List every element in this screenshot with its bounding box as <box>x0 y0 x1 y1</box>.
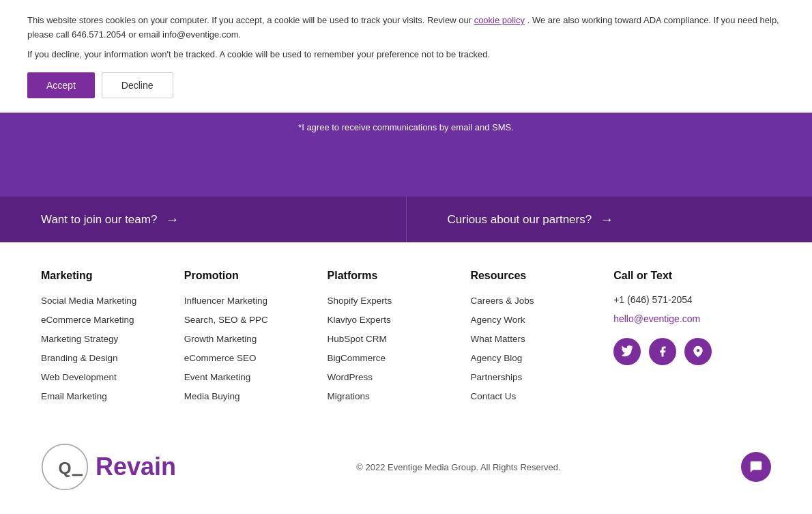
join-team-label: Want to join our team? <box>41 213 157 227</box>
list-item: Search, SEO & PPC <box>184 313 328 326</box>
list-item: eCommerce Marketing <box>41 313 184 326</box>
cookie-text-2: If you decline, your information won't b… <box>27 48 785 62</box>
list-item: Media Buying <box>184 390 328 402</box>
list-item: Event Marketing <box>184 371 328 383</box>
footer-bottom: Q Revain © 2022 Eventige Media Group. Al… <box>41 436 771 491</box>
social-icons <box>613 338 771 365</box>
list-item: Agency Blog <box>470 352 613 364</box>
list-item: Careers & Jobs <box>470 294 613 306</box>
footer-columns: Marketing Social Media Marketing eCommer… <box>41 270 771 409</box>
call-title: Call or Text <box>613 270 771 282</box>
contact-us-link[interactable]: Contact Us <box>470 391 516 401</box>
ecommerce-seo-link[interactable]: eCommerce SEO <box>184 353 257 363</box>
footer-col-resources: Resources Careers & Jobs Agency Work Wha… <box>470 270 613 409</box>
revain-badge-icon: Q <box>41 443 89 491</box>
event-marketing-link[interactable]: Event Marketing <box>184 372 251 382</box>
marketing-strategy-link[interactable]: Marketing Strategy <box>41 334 118 344</box>
svg-text:Q: Q <box>58 459 71 477</box>
platforms-title: Platforms <box>328 270 471 282</box>
list-item: Social Media Marketing <box>41 294 184 306</box>
promotion-links: Influencer Marketing Search, SEO & PPC G… <box>184 294 328 402</box>
hubspot-crm-link[interactable]: HubSpot CRM <box>328 334 387 344</box>
footer-col-marketing: Marketing Social Media Marketing eCommer… <box>41 270 184 409</box>
promotion-title: Promotion <box>184 270 328 282</box>
decline-button[interactable]: Decline <box>102 72 173 98</box>
chat-bubble-button[interactable] <box>741 452 771 482</box>
agency-blog-link[interactable]: Agency Blog <box>470 353 522 363</box>
list-item: eCommerce SEO <box>184 352 328 364</box>
marketing-title: Marketing <box>41 270 184 282</box>
facebook-icon[interactable] <box>649 338 676 365</box>
shopify-experts-link[interactable]: Shopify Experts <box>328 296 392 306</box>
phone-number[interactable]: +1 (646) 571-2054 <box>613 294 771 305</box>
list-item: BigCommerce <box>328 352 471 364</box>
cookie-buttons: Accept Decline <box>27 72 785 98</box>
list-item: Contact Us <box>470 390 613 402</box>
agency-work-link[interactable]: Agency Work <box>470 315 525 325</box>
bigcommerce-link[interactable]: BigCommerce <box>328 353 386 363</box>
list-item: HubSpot CRM <box>328 332 471 345</box>
email-marketing-link[interactable]: Email Marketing <box>41 391 107 401</box>
location-icon[interactable] <box>684 338 712 365</box>
list-item: Web Development <box>41 371 184 383</box>
partners-arrow-icon: → <box>600 212 613 227</box>
branding-design-link[interactable]: Branding & Design <box>41 353 118 363</box>
careers-jobs-link[interactable]: Careers & Jobs <box>470 296 534 306</box>
accept-button[interactable]: Accept <box>27 72 95 98</box>
list-item: What Matters <box>470 332 613 345</box>
influencer-marketing-link[interactable]: Influencer Marketing <box>184 296 267 306</box>
partnerships-link[interactable]: Partnerships <box>470 372 522 382</box>
revain-logo: Q Revain <box>41 443 176 491</box>
cookie-policy-link[interactable]: cookie policy <box>474 15 525 25</box>
join-arrow-icon: → <box>165 212 179 227</box>
what-matters-link[interactable]: What Matters <box>470 334 525 344</box>
list-item: Partnerships <box>470 371 613 383</box>
klaviyo-experts-link[interactable]: Klaviyo Experts <box>328 315 391 325</box>
cookie-banner: This website stores cookies on your comp… <box>0 0 812 113</box>
email-address[interactable]: hello@eventige.com <box>613 313 771 324</box>
web-development-link[interactable]: Web Development <box>41 372 117 382</box>
platforms-links: Shopify Experts Klaviyo Experts HubSpot … <box>328 294 471 402</box>
wordpress-link[interactable]: WordPress <box>328 372 373 382</box>
purple-spacer <box>0 142 812 197</box>
cookie-text-1: This website stores cookies on your comp… <box>27 14 785 42</box>
growth-marketing-link[interactable]: Growth Marketing <box>184 334 257 344</box>
partners-label: Curious about our partners? <box>448 213 592 227</box>
footer: Marketing Social Media Marketing eCommer… <box>0 242 812 504</box>
marketing-links: Social Media Marketing eCommerce Marketi… <box>41 294 184 402</box>
revain-text: Revain <box>96 453 176 481</box>
resources-title: Resources <box>470 270 613 282</box>
list-item: Growth Marketing <box>184 332 328 345</box>
list-item: Branding & Design <box>41 352 184 364</box>
consent-bar: *I agree to receive communications by em… <box>0 113 812 142</box>
media-buying-link[interactable]: Media Buying <box>184 391 240 401</box>
consent-text: *I agree to receive communications by em… <box>298 122 514 132</box>
list-item: Shopify Experts <box>328 294 471 306</box>
footer-col-call: Call or Text +1 (646) 571-2054 hello@eve… <box>613 270 771 409</box>
twitter-icon[interactable] <box>613 338 641 365</box>
list-item: Email Marketing <box>41 390 184 402</box>
copyright-text: © 2022 Eventige Media Group. All Rights … <box>176 462 741 472</box>
svg-rect-3 <box>72 474 83 476</box>
list-item: Marketing Strategy <box>41 332 184 345</box>
list-item: Agency Work <box>470 313 613 326</box>
cookie-line1: This website stores cookies on your comp… <box>27 15 472 25</box>
cta-bar: Want to join our team? → Curious about o… <box>0 197 812 242</box>
migrations-link[interactable]: Migrations <box>328 391 370 401</box>
ecommerce-marketing-link[interactable]: eCommerce Marketing <box>41 315 134 325</box>
resources-links: Careers & Jobs Agency Work What Matters … <box>470 294 613 402</box>
social-media-marketing-link[interactable]: Social Media Marketing <box>41 296 136 306</box>
footer-col-platforms: Platforms Shopify Experts Klaviyo Expert… <box>328 270 471 409</box>
list-item: Migrations <box>328 390 471 402</box>
partners-cta[interactable]: Curious about our partners? → <box>407 197 813 242</box>
footer-col-promotion: Promotion Influencer Marketing Search, S… <box>184 270 328 409</box>
list-item: WordPress <box>328 371 471 383</box>
svg-point-0 <box>697 349 700 353</box>
seo-ppc-link[interactable]: Search, SEO & PPC <box>184 315 268 325</box>
list-item: Klaviyo Experts <box>328 313 471 326</box>
join-team-cta[interactable]: Want to join our team? → <box>0 197 407 242</box>
list-item: Influencer Marketing <box>184 294 328 306</box>
